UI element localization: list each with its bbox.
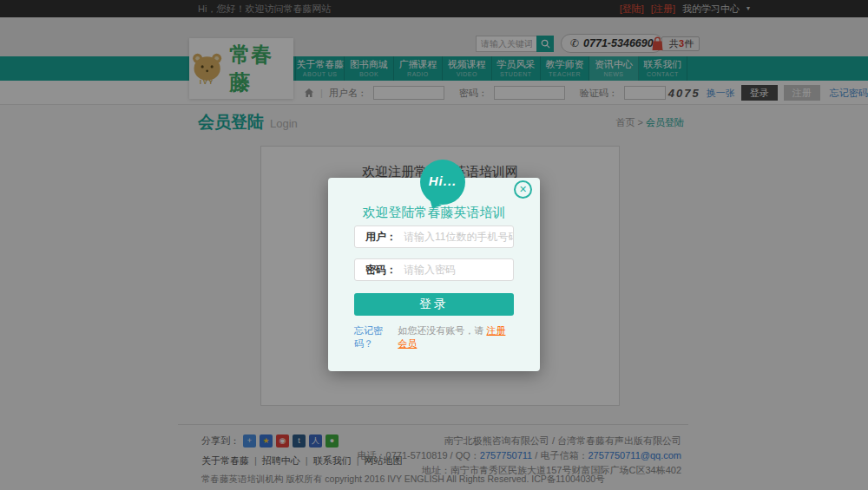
forgot-password-link[interactable]: 忘记密码？ [354, 324, 398, 350]
close-icon[interactable]: ✕ [514, 180, 532, 199]
modal-user-field: 用户： [354, 225, 514, 248]
user-input[interactable] [404, 231, 513, 243]
password-label: 密码： [365, 263, 397, 278]
user-label: 用户： [365, 230, 397, 245]
modal-links: 忘记密码？ 如您还没有账号，请 注册会员 [354, 324, 514, 350]
no-account-prefix: 如您还没有账号，请 [398, 325, 486, 336]
no-account-text: 如您还没有账号，请 注册会员 [398, 324, 514, 350]
modal-login-button[interactable]: 登录 [354, 293, 514, 316]
password-input[interactable] [404, 264, 513, 276]
modal-password-field: 密码： [354, 258, 514, 281]
login-modal: Hi... ✕ 欢迎登陆常春藤英语培训 用户： 密码： 登录 忘记密码？ 如您还… [328, 178, 540, 371]
hi-speech-bubble: Hi... [420, 160, 465, 205]
